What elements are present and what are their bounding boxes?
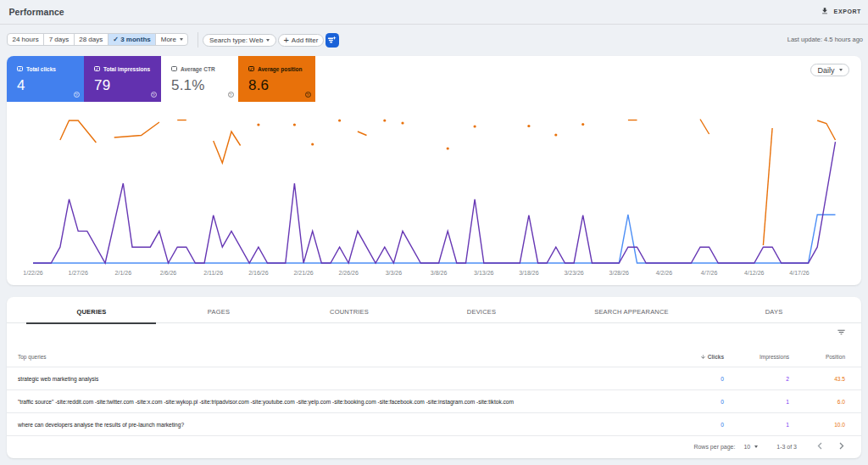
svg-text:1/27/26: 1/27/26	[69, 270, 88, 276]
svg-text:4/2/26: 4/2/26	[656, 270, 673, 276]
svg-text:3/8/26: 3/8/26	[431, 270, 448, 276]
svg-text:2/1/26: 2/1/26	[115, 270, 132, 276]
svg-text:2/16/26: 2/16/26	[248, 270, 268, 276]
svg-text:3/3/26: 3/3/26	[386, 270, 403, 276]
svg-text:3/28/26: 3/28/26	[609, 270, 629, 276]
svg-text:4/7/26: 4/7/26	[701, 270, 718, 276]
svg-text:2/21/26: 2/21/26	[293, 270, 313, 276]
svg-text:2/6/26: 2/6/26	[160, 270, 177, 276]
svg-text:2/11/26: 2/11/26	[203, 270, 223, 276]
svg-text:4/17/26: 4/17/26	[789, 270, 809, 276]
svg-text:4/12/26: 4/12/26	[744, 270, 764, 276]
svg-text:3/23/26: 3/23/26	[564, 270, 583, 276]
svg-text:1/22/26: 1/22/26	[23, 270, 42, 276]
svg-text:3/18/26: 3/18/26	[519, 270, 538, 276]
svg-text:2/26/26: 2/26/26	[339, 270, 359, 276]
svg-text:3/13/26: 3/13/26	[474, 270, 493, 276]
